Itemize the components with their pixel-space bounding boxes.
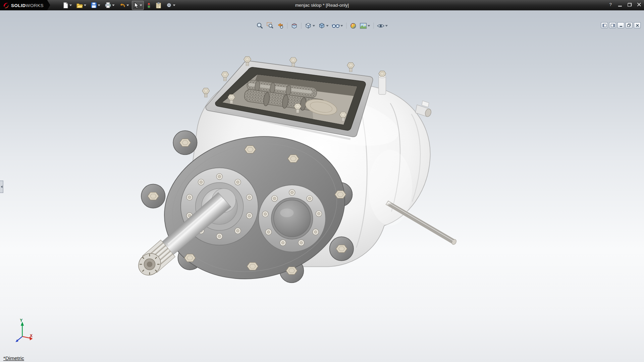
apply-scene-button[interactable] [359, 22, 371, 29]
triad-x-label: X [30, 334, 33, 338]
model-right-boss [259, 185, 326, 252]
section-view-icon [291, 22, 298, 29]
graphics-viewport[interactable]: Y X *Dimetric [0, 10, 644, 362]
document-close-button[interactable] [634, 22, 641, 28]
save-icon [91, 2, 97, 8]
featuremanager-flyout-handle[interactable] [0, 181, 3, 193]
view-orientation-button[interactable] [304, 22, 316, 29]
file-properties-button[interactable] [154, 1, 163, 10]
zoom-to-fit-button[interactable] [256, 22, 264, 29]
view-settings-dropdown-arrow[interactable] [385, 25, 388, 26]
ds-logo-icon [2, 2, 9, 9]
brand-text: SOLIDWORKS [11, 3, 44, 8]
view-orientation-dropdown-arrow[interactable] [313, 25, 315, 26]
new-document-button[interactable] [61, 1, 73, 10]
hide-show-items-button[interactable] [331, 22, 344, 29]
hide-show-dropdown-arrow[interactable] [340, 25, 343, 26]
options-gear-icon [166, 2, 172, 8]
zoom-to-area-icon [267, 22, 274, 29]
featuremanager-pane-icon [602, 23, 606, 27]
rebuild-traffic-light-icon [147, 2, 151, 9]
undo-dropdown-arrow[interactable] [126, 4, 129, 6]
print-dropdown-arrow[interactable] [112, 4, 115, 6]
gearbox-assembly-model: Y X [0, 10, 644, 362]
select-cursor-icon [133, 2, 139, 9]
document-restore-button[interactable] [626, 22, 633, 28]
featuremanager-pane-button[interactable] [601, 22, 608, 28]
display-style-dropdown-arrow[interactable] [326, 25, 328, 26]
main-toolbar [61, 1, 177, 10]
display-style-button[interactable] [318, 22, 330, 29]
edit-appearance-ball-icon [350, 22, 357, 29]
minimize-button[interactable] [616, 1, 624, 8]
view-settings-button[interactable] [376, 22, 389, 29]
options-dropdown-arrow[interactable] [173, 4, 175, 6]
restore-button[interactable] [626, 1, 633, 8]
select-button[interactable] [132, 1, 144, 10]
document-restore-icon [627, 23, 631, 27]
apply-scene-dropdown-arrow[interactable] [368, 25, 370, 26]
restore-icon [627, 3, 631, 6]
close-button[interactable] [635, 1, 642, 8]
print-button[interactable] [103, 1, 116, 9]
new-document-icon [62, 2, 68, 9]
orientation-triad: Y X [15, 318, 33, 342]
minimize-icon [618, 2, 622, 6]
window-controls: ? [607, 1, 642, 8]
document-title: menjac sklop * [Read-only] [295, 2, 349, 7]
display-style-icon [318, 22, 325, 29]
flyout-arrow-icon [1, 185, 2, 188]
document-window-controls [601, 22, 641, 28]
view-settings-eye-icon [377, 23, 384, 28]
close-icon [637, 2, 641, 6]
open-button[interactable] [75, 1, 88, 10]
options-button[interactable] [164, 1, 177, 9]
view-orientation-label: *Dimetric [3, 355, 24, 361]
undo-icon [119, 2, 126, 8]
print-icon [105, 2, 111, 8]
toolbar-separator [373, 22, 374, 28]
save-dropdown-arrow[interactable] [98, 4, 100, 6]
open-folder-icon [76, 2, 83, 9]
section-view-button[interactable] [290, 22, 299, 29]
hide-show-glasses-icon [332, 22, 339, 28]
view-orientation-cube-icon [305, 22, 312, 29]
solidworks-logo: SOLIDWORKS [0, 0, 50, 10]
display-pane-icon [610, 23, 614, 27]
document-close-icon [636, 23, 639, 27]
document-minimize-button[interactable] [617, 22, 624, 28]
application-window: SOLIDWORKS [0, 0, 644, 362]
title-bar: SOLIDWORKS [0, 0, 644, 10]
zoom-to-fit-icon [256, 22, 263, 29]
triad-y-label: Y [20, 318, 22, 323]
toolbar-separator [346, 22, 346, 28]
previous-view-button[interactable] [276, 22, 285, 29]
save-button[interactable] [89, 1, 102, 9]
rebuild-button[interactable] [145, 1, 153, 10]
open-dropdown-arrow[interactable] [84, 4, 86, 6]
properties-clipboard-icon [156, 2, 161, 9]
help-button[interactable]: ? [607, 1, 614, 8]
edit-appearance-button[interactable] [349, 22, 357, 29]
apply-scene-icon [360, 22, 367, 29]
headsup-view-toolbar [256, 22, 389, 29]
display-pane-button[interactable] [609, 22, 616, 28]
toolbar-separator [287, 22, 287, 28]
select-dropdown-arrow[interactable] [140, 4, 142, 6]
zoom-to-area-button[interactable] [266, 22, 274, 29]
previous-view-icon [277, 22, 284, 29]
new-dropdown-arrow[interactable] [69, 4, 72, 6]
toolbar-separator [301, 22, 302, 28]
document-minimize-icon [619, 23, 623, 27]
undo-button[interactable] [117, 1, 130, 9]
